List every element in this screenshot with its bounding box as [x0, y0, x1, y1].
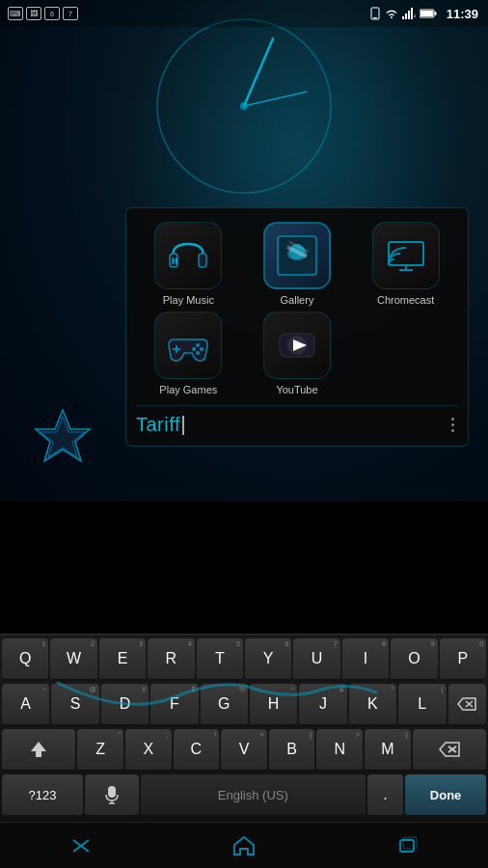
key-u[interactable]: 7U [293, 638, 339, 681]
key-y-sub: 6 [285, 640, 289, 647]
nav-back-button[interactable] [52, 827, 110, 865]
key-p[interactable]: 0P [440, 638, 486, 681]
left-widget-svg [17, 405, 109, 468]
svg-point-30 [200, 347, 203, 351]
key-a[interactable]: ~A [2, 684, 49, 726]
key-m[interactable]: }M [365, 729, 411, 772]
gallery-svg [274, 232, 320, 279]
search-input-area[interactable]: Tariff [136, 414, 447, 436]
key-s[interactable]: @S [51, 684, 98, 726]
key-r[interactable]: 4R [148, 638, 194, 681]
key-i-sub: 8 [382, 640, 386, 647]
key-t-sub: 5 [236, 640, 240, 647]
key-space[interactable]: English (US) [141, 774, 366, 817]
key-k-sub: * [391, 686, 393, 692]
keyboard-icon: ⌨ [8, 7, 23, 20]
key-f-sub: $ [192, 686, 196, 692]
key-b-sub: { [310, 731, 312, 738]
key-b[interactable]: {B [269, 729, 315, 772]
popup-menu-dots[interactable] [447, 414, 458, 436]
dot-2 [451, 423, 454, 426]
youtube-label: YouTube [276, 384, 317, 395]
key-w[interactable]: 2W [50, 638, 96, 681]
left-widget[interactable] [17, 405, 109, 468]
shift-icon [29, 740, 48, 759]
key-u-sub: 7 [334, 640, 338, 647]
key-v[interactable]: <V [221, 729, 267, 772]
status-bar: ⌨ 🖼 6 7 4 11:39 [0, 0, 488, 27]
key-backspace[interactable] [413, 729, 486, 772]
svg-rect-16 [173, 258, 175, 264]
key-e[interactable]: 3E [99, 638, 146, 681]
key-g[interactable]: %G [201, 684, 248, 726]
key-k[interactable]: *K [349, 684, 396, 726]
play-games-icon[interactable] [154, 312, 222, 379]
key-n[interactable]: >N [316, 729, 363, 772]
key-j-sub: & [339, 686, 344, 692]
key-q[interactable]: 1Q [2, 638, 48, 681]
key-d[interactable]: #D [101, 684, 149, 726]
svg-line-3 [244, 92, 307, 106]
key-y[interactable]: 6Y [245, 638, 291, 681]
key-c-sub: ! [214, 731, 216, 738]
key-z[interactable]: "Z [77, 729, 123, 772]
key-n-sub: > [356, 731, 360, 738]
svg-rect-43 [108, 786, 116, 798]
status-right-icons: 4 11:39 [369, 7, 478, 21]
key-j[interactable]: &J [299, 684, 346, 726]
svg-marker-48 [234, 837, 254, 854]
key-g-sub: % [239, 686, 245, 692]
nav-home-button[interactable] [215, 827, 273, 865]
key-period[interactable]: . [367, 774, 403, 817]
chromecast-svg [385, 234, 427, 277]
key-mic[interactable] [85, 774, 139, 817]
key-t[interactable]: 5T [197, 638, 243, 681]
app-item-youtube[interactable]: YouTube [245, 312, 350, 395]
status-left-icons: ⌨ 🖼 6 7 [8, 7, 78, 20]
key-delete[interactable] [448, 684, 487, 726]
chromecast-label: Chromecast [377, 294, 434, 306]
backspace-icon [439, 742, 460, 757]
youtube-icon[interactable] [263, 312, 331, 379]
app-item-play-games[interactable]: Play Games [136, 312, 241, 395]
svg-rect-49 [400, 840, 414, 852]
key-num[interactable]: ?123 [2, 774, 83, 817]
music-headphones-svg [165, 232, 211, 279]
keyboard-row-1: 1Q 2W 3E 4R 5T 6Y 7U 8I 9O 0P [2, 638, 486, 681]
keyboard-row-3: "Z ;X !C <V {B >N }M [2, 729, 486, 772]
key-h[interactable]: ^H [250, 684, 297, 726]
key-z-sub: " [118, 731, 121, 738]
key-i[interactable]: 8I [342, 638, 389, 681]
app-item-gallery[interactable]: Gallery [245, 222, 350, 306]
play-music-icon[interactable] [154, 222, 222, 289]
svg-rect-7 [405, 14, 407, 19]
clock-widget [148, 10, 340, 203]
dot-3 [451, 429, 454, 432]
back-icon [69, 836, 93, 855]
app-item-play-music[interactable]: Play Music [136, 222, 241, 306]
key-o[interactable]: 9O [391, 638, 437, 681]
gallery-icon[interactable] [263, 222, 331, 289]
battery-icon [420, 8, 437, 19]
key-l-sub: ( [441, 686, 443, 692]
key-shift[interactable] [2, 729, 75, 772]
search-bar[interactable]: Tariff [136, 405, 458, 436]
key-l[interactable]: (L [398, 684, 446, 726]
phone-icon [369, 7, 381, 20]
key-s-sub: @ [90, 686, 96, 692]
key-e-sub: 3 [139, 640, 143, 647]
key-x[interactable]: ;X [125, 729, 172, 772]
key-f[interactable]: $F [150, 684, 198, 726]
key-c[interactable]: !C [174, 729, 220, 772]
app-item-chromecast[interactable]: Chromecast [353, 222, 458, 306]
nav-recents-button[interactable] [378, 827, 436, 865]
key-v-sub: < [260, 731, 264, 738]
svg-point-32 [196, 351, 200, 355]
svg-rect-28 [173, 348, 180, 350]
signal-icon: 4 [402, 8, 416, 19]
key-done[interactable]: Done [405, 774, 486, 817]
chromecast-icon[interactable] [372, 222, 440, 289]
svg-rect-5 [373, 17, 377, 18]
svg-point-29 [196, 343, 200, 347]
key-a-sub: ~ [42, 686, 46, 692]
